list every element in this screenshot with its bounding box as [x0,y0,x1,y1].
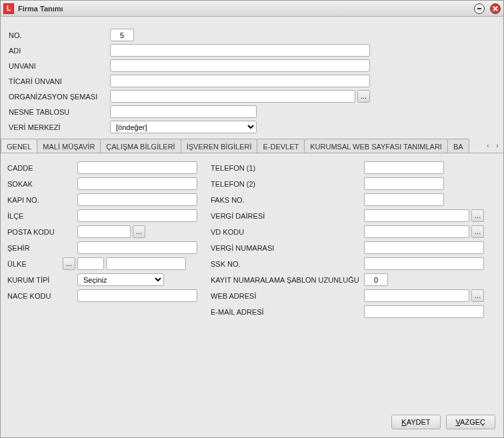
tab-e-devlet[interactable]: E-DEVLET [257,139,305,153]
close-icon[interactable] [490,3,501,14]
kayit-sablon-field[interactable] [364,273,388,286]
window-title: Firma Tanımı [18,5,469,13]
titlebar: L Firma Tanımı [1,1,503,17]
unvani-field[interactable] [110,59,370,72]
label-sehir: ŞEHİR [7,244,77,252]
vd-kodu-browse-button[interactable]: … [471,225,484,238]
email-adresi-field[interactable] [364,305,484,318]
window-firma-tanimi: L Firma Tanımı NO. ADI UNVANI TİCARİ ÜNV… [0,0,504,438]
vergi-numarasi-field[interactable] [364,241,484,254]
org-semasi-field[interactable] [110,90,355,103]
ssk-no-field[interactable] [364,257,484,270]
vazgec-button[interactable]: VAZGEÇ [446,415,495,429]
label-veri-merkezi: VERİ MERKEZİ [9,123,110,131]
kaydet-button[interactable]: KAYDET [391,415,440,429]
telefon1-field[interactable] [364,161,444,174]
telefon2-field[interactable] [364,177,444,190]
label-telefon2: TELEFON (2) [211,180,364,188]
general-right-column: TELEFON (1) TELEFON (2) FAKS NO. VERGİ D… [211,161,484,318]
header-form: NO. ADI UNVANI TİCARİ ÜNVANI ORGANİZASYO… [1,17,503,139]
sokak-field[interactable] [77,177,197,190]
dialog-footer: KAYDET VAZGEÇ [1,409,503,437]
label-email-adresi: E-MAİL ADRESİ [211,308,364,316]
vergi-dairesi-field[interactable] [364,209,469,222]
ulke-name-field[interactable] [106,257,186,270]
vergi-dairesi-browse-button[interactable]: … [471,209,484,222]
tab-scroll: ‹ › [482,139,503,153]
tab-scroll-left-icon[interactable]: ‹ [483,141,493,151]
nesne-tablosu-field[interactable] [110,105,257,118]
label-telefon1: TELEFON (1) [211,164,364,172]
label-ticari-unvani: TİCARİ ÜNVANI [9,77,110,85]
minimize-icon[interactable] [474,3,485,14]
label-adi: ADI [9,47,110,55]
label-kapi-no: KAPI NO. [7,196,77,204]
nace-kodu-field[interactable] [77,289,197,302]
posta-kodu-browse-button[interactable]: … [133,225,145,238]
label-unvani: UNVANI [9,62,110,70]
label-org-semasi: ORGANİZASYON ŞEMASI [9,93,110,101]
label-vergi-dairesi: VERGİ DAİRESİ [211,212,364,220]
adi-field[interactable] [110,44,370,57]
tab-calisma-bilgileri[interactable]: ÇALIŞMA BİLGİLERİ [100,139,181,153]
veri-merkezi-select[interactable]: [öndeğer] [110,121,257,133]
sehir-field[interactable] [77,241,197,254]
ticari-unvani-field[interactable] [110,75,370,87]
tab-ba-partial[interactable]: BA [447,139,469,153]
general-left-column: CADDE SOKAK KAPI NO. İLÇE POSTA KODU … Ş… [7,161,197,302]
faks-no-field[interactable] [364,193,444,206]
tab-scroll-right-icon[interactable]: › [493,141,502,151]
label-ssk-no: SSK NO. [211,260,364,268]
tab-genel[interactable]: GENEL [1,139,37,153]
ilce-field[interactable] [77,209,197,222]
vd-kodu-field[interactable] [364,225,469,238]
web-adresi-browse-button[interactable]: … [471,289,484,302]
label-sokak: SOKAK [7,180,77,188]
posta-kodu-field[interactable] [77,225,131,238]
tab-isveren-bilgileri[interactable]: İŞVEREN BİGİLERİ [181,139,258,153]
label-kayit-sablon: KAYIT NUMARALAMA ŞABLON UZUNLUĞU [211,276,364,284]
label-nace-kodu: NACE KODU [7,292,77,300]
label-web-adresi: WEB ADRESİ [211,292,364,300]
cadde-field[interactable] [77,161,197,174]
label-vergi-numarasi: VERGİ NUMARASI [211,244,364,252]
app-icon: L [3,3,14,14]
label-nesne-tablosu: NESNE TABLOSU [9,108,110,116]
kapi-no-field[interactable] [77,193,197,206]
tab-mali-musavir[interactable]: MALİ MÜŞAVİR [37,139,101,153]
ulke-code-field[interactable] [77,257,104,270]
label-cadde: CADDE [7,164,77,172]
label-posta-kodu: POSTA KODU [7,228,77,236]
web-adresi-field[interactable] [364,289,469,302]
label-no: NO. [9,31,110,39]
label-ilce: İLÇE [7,212,77,220]
label-kurum-tipi: KURUM TİPİ [7,276,77,284]
ulke-browse-button[interactable]: … [63,257,75,270]
tab-content-genel: CADDE SOKAK KAPI NO. İLÇE POSTA KODU … Ş… [1,153,503,409]
tabbar: GENEL MALİ MÜŞAVİR ÇALIŞMA BİLGİLERİ İŞV… [1,139,503,153]
tab-kurumsal-web[interactable]: KURUMSAL WEB SAYFASI TANIMLARI [304,139,448,153]
kurum-tipi-select[interactable]: Seçiniz [77,273,164,286]
no-field[interactable] [110,29,134,41]
label-vd-kodu: VD KODU [211,228,364,236]
label-faks-no: FAKS NO. [211,196,364,204]
org-semasi-browse-button[interactable]: … [357,90,370,103]
